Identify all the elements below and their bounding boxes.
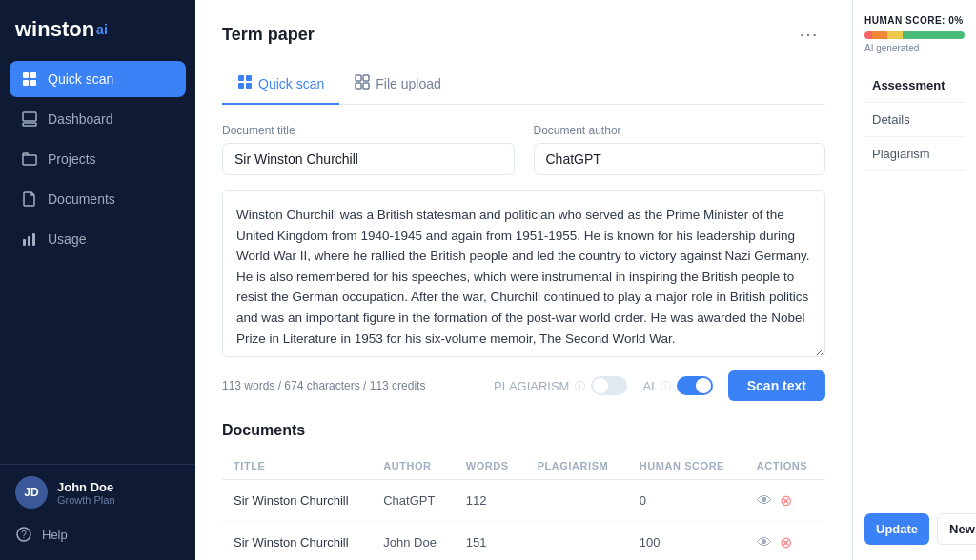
ai-info-icon[interactable]: ⓘ: [661, 379, 671, 393]
scan-bar: 113 words / 674 characters / 113 credits…: [222, 370, 825, 401]
view-icon[interactable]: 👁: [757, 534, 772, 551]
right-panel: HUMAN SCORE: 0% AI generated Assessment …: [852, 0, 976, 560]
svg-rect-7: [28, 236, 30, 246]
col-actions: ACTIONS: [745, 452, 825, 480]
svg-rect-13: [238, 83, 244, 89]
tabs: Quick scan File upload: [222, 65, 825, 105]
delete-icon[interactable]: ⊗: [780, 533, 792, 551]
logo-suffix: ai: [96, 22, 108, 37]
update-button[interactable]: Update: [864, 513, 929, 545]
svg-rect-12: [246, 75, 252, 81]
panel-tab-assessment[interactable]: Assessment: [864, 69, 965, 103]
user-details: John Doe Growth Plan: [57, 480, 115, 506]
human-score-label: HUMAN SCORE: 0%: [864, 15, 965, 26]
scan-meta: 113 words / 674 characters / 113 credits: [222, 379, 425, 392]
quick-scan-icon: [21, 70, 38, 88]
ai-toggle-knob: [696, 378, 711, 393]
row-title: Sir Winston Churchill: [222, 480, 372, 522]
svg-rect-2: [23, 80, 29, 86]
delete-icon[interactable]: ⊗: [780, 491, 792, 510]
documents-title: Documents: [222, 422, 825, 439]
svg-rect-1: [30, 72, 36, 78]
documents-icon: [21, 190, 38, 208]
row-author: John Doe: [372, 522, 455, 561]
author-input[interactable]: [534, 143, 826, 175]
usage-icon: [21, 230, 38, 248]
scan-controls: PLAGIARISM ⓘ AI ⓘ Scan text: [494, 370, 825, 401]
user-name: John Doe: [57, 480, 115, 494]
dashboard-icon: [21, 110, 38, 128]
col-author: AUTHOR: [372, 452, 455, 480]
sidebar-item-label: Dashboard: [48, 111, 113, 127]
tab-file-upload[interactable]: File upload: [339, 65, 457, 105]
ai-toggle[interactable]: [677, 376, 713, 395]
scan-text-button[interactable]: Scan text: [728, 370, 825, 401]
help-item[interactable]: ? Help: [15, 520, 180, 549]
sidebar-item-dashboard[interactable]: Dashboard: [10, 101, 186, 137]
row-actions: 👁 ⊗: [745, 480, 825, 522]
main-content: Term paper ⋯ Quick scan File upload Docu…: [195, 0, 852, 560]
action-icons: 👁 ⊗: [757, 491, 814, 510]
tab-quick-scan-label: Quick scan: [258, 76, 324, 91]
sidebar-item-quick-scan[interactable]: Quick scan: [10, 61, 186, 97]
row-actions: 👁 ⊗: [745, 522, 825, 561]
user-info: JD John Doe Growth Plan: [15, 476, 180, 509]
sidebar-nav: Quick scan Dashboard Projects Documents …: [0, 61, 195, 464]
row-human-score: 0: [628, 480, 745, 522]
table-row: Sir Winston Churchill John Doe 151 100 👁…: [222, 522, 825, 561]
action-icons: 👁 ⊗: [757, 533, 814, 551]
score-bar-red: [864, 31, 872, 39]
svg-rect-16: [363, 75, 369, 81]
ai-generated-label: AI generated: [864, 43, 965, 53]
row-title: Sir Winston Churchill: [222, 522, 372, 561]
svg-rect-8: [32, 233, 35, 246]
svg-rect-0: [23, 72, 29, 78]
title-input[interactable]: [222, 143, 515, 175]
col-title: TITLE: [222, 452, 372, 480]
documents-table: TITLE AUTHOR WORDS PLAGIARISM HUMAN SCOR…: [222, 452, 825, 560]
more-options-button[interactable]: ⋯: [791, 19, 825, 50]
score-bar-green: [903, 31, 965, 39]
sidebar-item-label: Quick scan: [48, 71, 113, 87]
row-human-score: 100: [628, 522, 745, 561]
projects-icon: [21, 150, 38, 168]
svg-rect-5: [23, 123, 36, 126]
sidebar-item-documents[interactable]: Documents: [10, 181, 186, 217]
document-text-area[interactable]: Winston Churchill was a British statesma…: [222, 190, 825, 357]
page-header: Term paper ⋯: [222, 19, 825, 50]
title-group: Document title: [222, 124, 515, 175]
row-plagiarism: [526, 522, 628, 561]
row-words: 112: [455, 480, 526, 522]
sidebar-item-label: Projects: [48, 151, 96, 167]
svg-rect-14: [246, 83, 252, 89]
sidebar-item-label: Documents: [48, 191, 115, 207]
plagiarism-toggle[interactable]: [591, 376, 627, 395]
document-form-row: Document title Document author: [222, 124, 825, 175]
page-title: Term paper: [222, 25, 315, 45]
table-row: Sir Winston Churchill ChatGPT 112 0 👁 ⊗: [222, 480, 825, 522]
quick-scan-tab-icon: [237, 74, 253, 93]
sidebar-item-usage[interactable]: Usage: [10, 221, 186, 257]
panel-tab-details[interactable]: Details: [864, 103, 965, 137]
documents-section: Documents TITLE AUTHOR WORDS PLAGIARISM …: [222, 422, 825, 560]
col-plagiarism: PLAGIARISM: [526, 452, 628, 480]
view-icon[interactable]: 👁: [757, 492, 772, 510]
new-button[interactable]: New: [937, 513, 976, 545]
help-icon: ?: [15, 526, 32, 543]
svg-rect-18: [363, 83, 369, 89]
svg-rect-17: [356, 83, 361, 89]
svg-rect-3: [30, 80, 36, 86]
title-label: Document title: [222, 124, 515, 137]
row-author: ChatGPT: [372, 480, 455, 522]
sidebar: winstonai Quick scan Dashboard Projects …: [0, 0, 195, 560]
panel-tabs: Assessment Details Plagiarism: [864, 69, 965, 171]
ai-label: AI: [642, 379, 654, 393]
sidebar-item-projects[interactable]: Projects: [10, 141, 186, 177]
tab-quick-scan[interactable]: Quick scan: [222, 65, 339, 105]
app-logo: winstonai: [0, 0, 195, 61]
col-human-score: HUMAN SCORE: [628, 452, 745, 480]
panel-tab-plagiarism[interactable]: Plagiarism: [864, 137, 965, 171]
row-plagiarism: [526, 480, 628, 522]
plagiarism-info-icon[interactable]: ⓘ: [575, 379, 585, 393]
tab-file-upload-label: File upload: [376, 76, 441, 91]
